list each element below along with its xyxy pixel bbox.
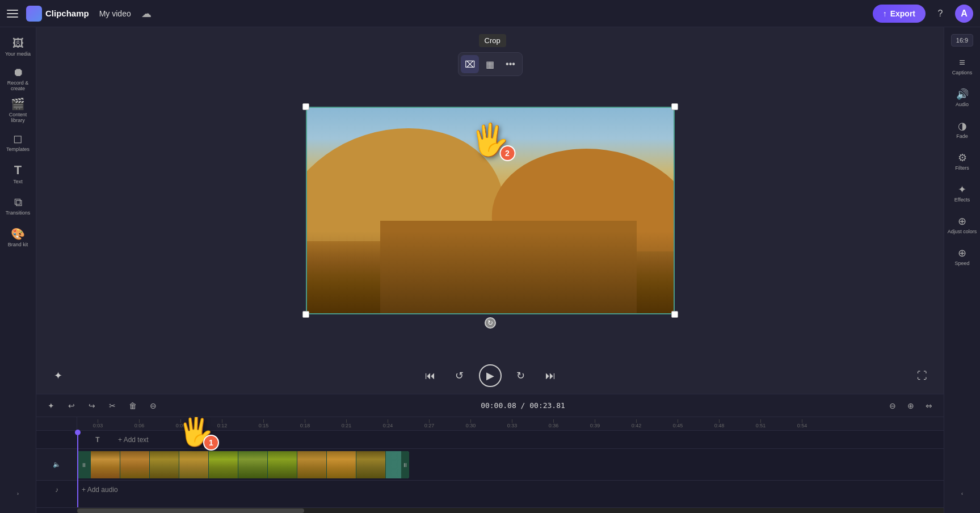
right-item-effects[interactable]: ✦ Effects	[948, 178, 977, 208]
clip-thumb-10	[356, 451, 386, 478]
mute-icon[interactable]: 🔈	[53, 461, 61, 468]
scrollbar-thumb[interactable]	[77, 508, 304, 513]
cut-button[interactable]: ✂	[104, 398, 120, 414]
add-text-button[interactable]: + Add text	[118, 436, 149, 444]
right-item-filters[interactable]: ⚙ Filters	[948, 146, 977, 176]
help-icon[interactable]: ?	[931, 5, 949, 23]
clip-end-handle[interactable]: ⏸	[401, 451, 409, 478]
right-item-captions[interactable]: ≡ Captions	[948, 51, 977, 81]
sidebar-item-transitions[interactable]: ⧉ Transitions	[3, 191, 33, 220]
rotation-handle[interactable]: ↻	[485, 317, 496, 329]
right-item-fade[interactable]: ◑ Fade	[948, 115, 977, 144]
sidebar-item-record-create[interactable]: ⏺ Record & create	[3, 64, 33, 93]
templates-icon: ◻	[13, 132, 23, 145]
fade-icon: ◑	[958, 120, 967, 132]
rewind-button[interactable]: ↺	[449, 365, 470, 386]
crop-tool-button[interactable]: ⌧	[461, 55, 479, 73]
chevron-left-icon: ‹	[961, 491, 963, 497]
hamburger-menu-icon[interactable]	[7, 7, 20, 20]
clipchamp-logo-icon	[26, 6, 42, 22]
ruler-mark-14: 0:45	[657, 419, 699, 428]
text-icon: T	[14, 163, 22, 178]
magic-compose-button[interactable]: ✦	[48, 365, 68, 386]
aspect-ratio-selector[interactable]: 16:9	[951, 34, 973, 47]
clip-thumb-8	[297, 451, 327, 478]
playhead[interactable]	[77, 431, 78, 507]
sidebar-expand-button[interactable]: ›	[3, 479, 33, 508]
captions-label: Captions	[952, 70, 973, 75]
ruler-mark-0: 0:03	[77, 419, 119, 428]
clip-thumb-2	[120, 451, 150, 478]
effects-icon: ✦	[958, 183, 966, 196]
sidebar-item-templates[interactable]: ◻ Templates	[3, 127, 33, 157]
more-options-button[interactable]: •••	[502, 55, 520, 73]
ruler-mark-12: 0:39	[574, 419, 616, 428]
delete-button[interactable]: 🗑	[125, 398, 141, 414]
dune-shadow	[307, 231, 674, 313]
zoom-out-button[interactable]: ⊖	[885, 398, 901, 414]
resize-handle-bottom-right[interactable]	[671, 311, 678, 318]
zoom-in-button[interactable]: ⊕	[903, 398, 919, 414]
zoom-controls: ⊖ ⊕ ⇔	[885, 398, 937, 414]
ruler-mark-1: 0:06	[119, 419, 160, 428]
sidebar-label-brand-kit: Brand kit	[8, 242, 28, 247]
ruler-mark-8: 0:27	[409, 419, 450, 428]
right-item-audio[interactable]: 🔊 Audio	[948, 83, 977, 112]
delete-icon: 🗑	[129, 401, 137, 410]
right-item-speed[interactable]: ⊕ Speed	[948, 242, 977, 271]
fast-forward-button[interactable]: ↻	[511, 365, 531, 386]
timeline-toolbar: ✦ ↩ ↪ ✂ 🗑 ⊖ 00:00.08 / 00:23.81	[36, 394, 944, 417]
add-audio-button[interactable]: + Add audio	[77, 486, 118, 494]
crop-tooltip: Crop	[479, 34, 506, 47]
right-item-adjust-colors[interactable]: ⊕ Adjust colors	[948, 210, 977, 239]
zoom-in-icon: ⊕	[907, 401, 914, 410]
sidebar-item-brand-kit[interactable]: 🎨 Brand kit	[3, 222, 33, 252]
sidebar-item-content-library[interactable]: 🎬 Content library	[3, 95, 33, 125]
skip-to-end-button[interactable]: ⏭	[540, 365, 561, 386]
fade-label: Fade	[956, 133, 968, 139]
ruler-mark-13: 0:42	[616, 419, 657, 428]
resize-handle-top-left[interactable]	[302, 103, 309, 110]
topbar-left: Clipchamp My video ☁	[7, 6, 867, 22]
sidebar-item-text[interactable]: T Text	[3, 159, 33, 188]
rewind-icon: ↺	[455, 369, 464, 382]
video-clip[interactable]: ⏸	[77, 451, 409, 478]
autosave-icon: ☁	[141, 7, 152, 20]
fast-forward-icon: ↻	[516, 369, 525, 382]
detach-audio-button[interactable]: ⊖	[145, 398, 161, 414]
left-sidebar: 🖼 Your media ⏺ Record & create 🎬 Content…	[0, 27, 36, 513]
timeline-tracks: T + Add text 🔈 ⏸	[36, 431, 944, 507]
right-sidebar: 16:9 ≡ Captions 🔊 Audio ◑ Fade ⚙ Filters…	[944, 27, 980, 513]
chevron-right-icon: ›	[17, 491, 19, 497]
video-track-label: 🔈	[36, 449, 77, 480]
ruler-mark-5: 0:18	[284, 419, 326, 428]
resize-handle-bottom-left[interactable]	[302, 311, 309, 318]
export-button[interactable]: ↑ Export	[873, 5, 926, 23]
undo-button[interactable]: ↩	[64, 398, 79, 414]
auto-compose-button[interactable]: ✦	[43, 398, 59, 414]
right-sidebar-collapse-button[interactable]: ‹	[948, 479, 977, 508]
sidebar-item-your-media[interactable]: 🖼 Your media	[3, 32, 33, 61]
skip-start-icon: ⏮	[425, 370, 435, 382]
logo-area[interactable]: Clipchamp	[26, 6, 89, 22]
ruler-mark-15: 0:48	[699, 419, 740, 428]
fit-timeline-button[interactable]: ⇔	[921, 398, 937, 414]
timeline-area: ✦ ↩ ↪ ✂ 🗑 ⊖ 00:00.08 / 00:23.81	[36, 394, 944, 513]
ruler-mark-10: 0:33	[491, 419, 533, 428]
layout-tool-button[interactable]: ▦	[481, 55, 499, 73]
add-text-label: + Add text	[118, 436, 149, 444]
ruler-mark-6: 0:21	[326, 419, 367, 428]
filters-label: Filters	[955, 165, 969, 171]
resize-handle-top-right[interactable]	[671, 103, 678, 110]
clip-start-handle[interactable]: ⏸	[77, 451, 91, 478]
fullscreen-button[interactable]: ⛶	[912, 365, 932, 386]
play-pause-button[interactable]: ▶	[479, 364, 502, 387]
timeline-content: 0:03 0:06 0:09 0:12 0:15 0:18 0:21 0:24 …	[36, 417, 944, 507]
skip-to-start-button[interactable]: ⏮	[420, 365, 440, 386]
ruler-mark-16: 0:51	[740, 419, 781, 428]
account-icon[interactable]: A	[955, 5, 973, 23]
project-name[interactable]: My video	[95, 7, 136, 20]
video-preview[interactable]: 🖐 2	[306, 107, 675, 314]
redo-button[interactable]: ↪	[84, 398, 100, 414]
play-icon: ▶	[486, 369, 494, 382]
